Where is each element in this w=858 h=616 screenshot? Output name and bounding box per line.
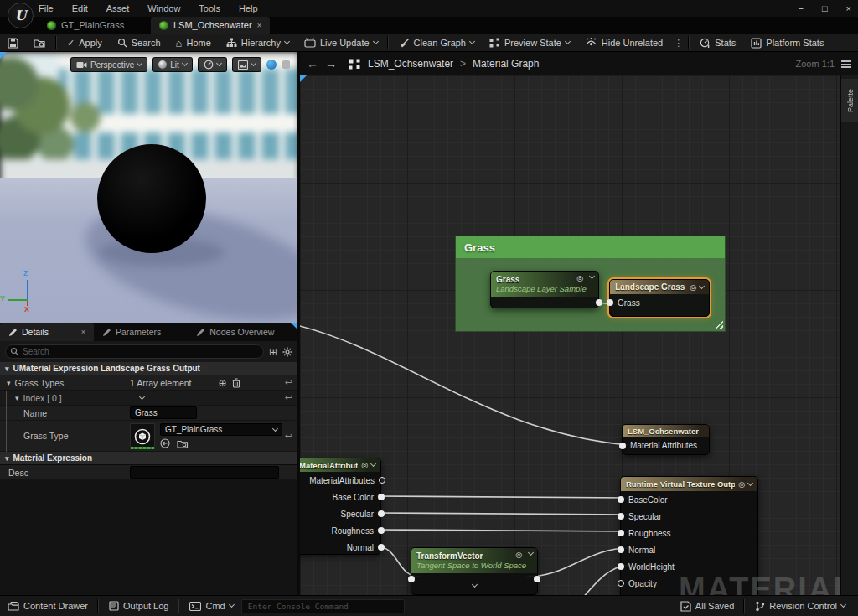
chevron-down-icon[interactable] bbox=[699, 282, 705, 288]
add-element-icon[interactable]: ⊕ bbox=[219, 377, 227, 389]
preview-toggle-icon[interactable]: ◎ bbox=[738, 480, 745, 489]
close-button[interactable]: × bbox=[846, 3, 851, 13]
preview-state-button[interactable]: Preview State bbox=[482, 34, 577, 52]
save-button[interactable] bbox=[0, 34, 26, 52]
reset-to-default-icon[interactable]: ↩ bbox=[285, 377, 292, 388]
collapse-icon[interactable]: ▾ bbox=[15, 394, 19, 402]
input-pin[interactable] bbox=[618, 546, 624, 553]
tab-close-icon[interactable]: × bbox=[257, 21, 262, 30]
tab-nodes-overview[interactable]: Nodes Overview bbox=[188, 323, 282, 341]
browse-asset-icon[interactable] bbox=[177, 439, 189, 448]
lit-dropdown[interactable]: Lit bbox=[152, 57, 193, 72]
node-lsm-ochsenwater[interactable]: LSM_Ochsenwater Material Attributes bbox=[622, 424, 710, 455]
hierarchy-button[interactable]: Hierarchy bbox=[219, 34, 297, 52]
all-saved-button[interactable]: All Saved bbox=[673, 597, 742, 615]
clean-graph-button[interactable]: Clean Graph bbox=[391, 34, 482, 52]
graph-canvas[interactable]: Grass Grass bbox=[300, 75, 840, 595]
input-pin[interactable] bbox=[619, 443, 626, 449]
chevron-down-icon[interactable] bbox=[747, 479, 753, 485]
output-pin[interactable] bbox=[378, 510, 385, 517]
reset-to-default-icon[interactable]: ↩ bbox=[285, 431, 292, 442]
reset-to-default-icon[interactable]: ↩ bbox=[285, 392, 292, 403]
graph-menu-icon[interactable] bbox=[841, 60, 851, 68]
nav-forward-icon[interactable]: → bbox=[325, 57, 337, 70]
collapse-icon[interactable]: ▾ bbox=[7, 379, 11, 387]
settings-gear-icon[interactable] bbox=[282, 347, 292, 357]
hide-unrelated-button[interactable]: Hide Unrelated bbox=[577, 34, 670, 52]
row-index-0[interactable]: ▾ Index [ 0 ] ↩ bbox=[0, 391, 297, 406]
preview-mesh-sphere[interactable] bbox=[97, 144, 206, 253]
preview-toggle-icon[interactable]: ◎ bbox=[690, 283, 696, 292]
input-pin[interactable] bbox=[618, 580, 624, 587]
chevron-down-icon[interactable] bbox=[370, 461, 376, 467]
chevron-down-icon[interactable] bbox=[589, 273, 595, 279]
tab-details[interactable]: Details × bbox=[0, 323, 94, 341]
output-pin[interactable] bbox=[378, 527, 385, 534]
menu-file[interactable]: File bbox=[39, 3, 54, 13]
perspective-dropdown[interactable]: Perspective bbox=[70, 57, 147, 72]
output-pin[interactable] bbox=[378, 494, 385, 500]
tab-parameters[interactable]: Parameters bbox=[94, 323, 169, 341]
desc-input[interactable] bbox=[130, 466, 279, 479]
nav-back-icon[interactable]: ← bbox=[307, 57, 318, 70]
revision-control-button[interactable]: Revision Control bbox=[747, 597, 853, 615]
preview-toggle-icon[interactable]: ◎ bbox=[361, 461, 368, 469]
tab-lsm-ochsenwater[interactable]: LSM_Ochsenwater × bbox=[151, 17, 270, 34]
node-landscape-grass[interactable]: Landscape Grass ◎ Grass bbox=[609, 279, 710, 317]
output-pin[interactable] bbox=[534, 576, 540, 582]
trash-icon[interactable] bbox=[232, 378, 240, 388]
input-pin[interactable] bbox=[408, 576, 415, 582]
name-input[interactable] bbox=[130, 406, 197, 419]
asset-thumbnail[interactable] bbox=[130, 423, 155, 449]
browse-to-asset-button[interactable] bbox=[26, 34, 54, 52]
console-command-input[interactable] bbox=[241, 599, 405, 613]
input-pin[interactable] bbox=[618, 530, 624, 536]
live-update-button[interactable]: Live Update bbox=[297, 34, 385, 52]
expand-node-icon[interactable] bbox=[471, 582, 477, 588]
output-log-button[interactable]: Output Log bbox=[101, 597, 176, 615]
input-pin[interactable] bbox=[618, 496, 624, 503]
section-umaterial-expression[interactable]: ▾ UMaterial Expression Landscape Grass O… bbox=[0, 362, 297, 375]
stats-button[interactable]: Stats bbox=[692, 34, 743, 52]
element-dropdown-icon[interactable] bbox=[139, 393, 145, 399]
output-pin[interactable] bbox=[378, 544, 385, 551]
tab-gt-plaingrass[interactable]: GT_PlainGrass bbox=[39, 17, 132, 34]
output-pin[interactable] bbox=[596, 299, 602, 306]
menu-window[interactable]: Window bbox=[147, 3, 180, 13]
preview-viewport[interactable]: Z Y X Perspective Lit bbox=[0, 52, 300, 323]
tab-palette[interactable]: Palette bbox=[841, 79, 858, 122]
grid-view-icon[interactable]: ⊞ bbox=[269, 346, 277, 358]
node-grass-layer-sample[interactable]: Grass Landscape Layer Sample ◎ bbox=[490, 271, 599, 308]
node-transform-vector[interactable]: TransformVector Tangent Space to World S… bbox=[411, 547, 538, 595]
apply-button[interactable]: ✓ Apply bbox=[59, 34, 110, 52]
comment-resize-handle[interactable] bbox=[714, 320, 723, 329]
input-pin[interactable] bbox=[618, 563, 624, 570]
menu-help[interactable]: Help bbox=[239, 3, 258, 13]
chevron-down-icon[interactable] bbox=[528, 550, 534, 556]
input-pin[interactable] bbox=[618, 513, 624, 520]
maximize-button[interactable]: □ bbox=[822, 3, 828, 13]
row-grass-types[interactable]: ▾ Grass Types 1 Array element ⊕ ↩ bbox=[0, 375, 297, 391]
close-icon[interactable]: × bbox=[81, 328, 85, 336]
unreal-logo[interactable]: U bbox=[8, 3, 34, 28]
screenshot-dropdown[interactable] bbox=[232, 57, 261, 72]
cmd-dropdown[interactable]: Cmd bbox=[182, 597, 240, 615]
use-selected-asset-icon[interactable] bbox=[160, 438, 170, 448]
breadcrumb-root[interactable]: LSM_Ochsenwater bbox=[368, 58, 453, 70]
preview-toggle-icon[interactable]: ◎ bbox=[576, 274, 583, 282]
preview-shape-cylinder-button[interactable] bbox=[282, 59, 291, 70]
platform-stats-button[interactable]: Platform Stats bbox=[743, 34, 831, 52]
menu-asset[interactable]: Asset bbox=[106, 3, 130, 13]
content-drawer-button[interactable]: Content Drawer bbox=[0, 597, 96, 615]
menu-edit[interactable]: Edit bbox=[72, 3, 88, 13]
search-button[interactable]: Search bbox=[110, 34, 168, 52]
grass-type-dropdown[interactable]: GT_PlainGrass bbox=[160, 423, 282, 436]
details-search-input[interactable] bbox=[5, 344, 264, 359]
home-button[interactable]: ⌂ Home bbox=[168, 34, 219, 52]
hide-unrelated-options-icon[interactable]: ⋮ bbox=[670, 38, 686, 49]
preview-toggle-icon[interactable]: ◎ bbox=[515, 551, 522, 559]
menu-tools[interactable]: Tools bbox=[199, 3, 220, 13]
comment-title[interactable]: Grass bbox=[456, 236, 725, 258]
output-pin[interactable] bbox=[379, 477, 385, 484]
preview-shape-sphere-button[interactable] bbox=[266, 59, 277, 70]
